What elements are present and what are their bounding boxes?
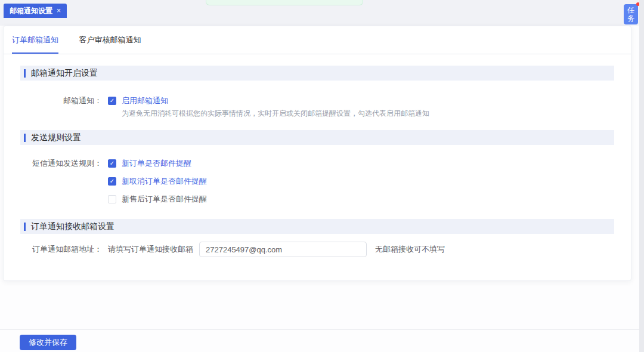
section-title: 邮箱通知开启设置 [31,68,98,79]
send-rule-row-cancel-order: 新取消订单是否邮件提醒 [4,175,631,187]
task-button[interactable]: 任 务 [624,4,638,24]
receive-email-row: 订单通知邮箱地址： 请填写订单通知接收邮箱 无邮箱接收可不填写 [4,242,631,257]
section-header-send-rules: 发送规则设置 [20,130,614,145]
top-bar: 邮箱通知设置× 任 务 [0,0,644,26]
footer-divider [0,329,644,330]
receive-email-hint-before: 请填写订单通知接收邮箱 [108,244,193,255]
send-rule-row-new-order: 短信通知发送规则： 新订单是否邮件提醒 [4,158,631,169]
receive-email-hint-after: 无邮箱接收可不填写 [375,244,445,255]
send-rule-row-aftersale-order: 新售后订单是否邮件提醒 [4,193,631,205]
section-accent-bar [24,223,26,231]
send-rules-label: 短信通知发送规则： [4,158,102,169]
close-icon[interactable]: × [57,7,61,15]
settings-card: 订单邮箱通知 客户审核邮箱通知 邮箱通知开启设置 邮箱通知： 启用邮箱通知 为避… [3,26,631,281]
aftersale-order-remind-label[interactable]: 新售后订单是否邮件提醒 [122,194,207,205]
email-notification-settings-page: 邮箱通知设置× 任 务 订单邮箱通知 客户审核邮箱通知 邮箱通知开启设置 邮箱通… [0,0,644,352]
tab-order-email-notification[interactable]: 订单邮箱通知 [12,26,58,54]
enable-email-checkbox[interactable] [108,97,116,105]
toast-notification-edge [206,0,363,5]
section-header-email-enable: 邮箱通知开启设置 [20,66,614,81]
receive-email-input[interactable] [199,242,367,257]
section-accent-bar [24,134,26,142]
page-tab-label: 邮箱通知设置 [10,7,52,15]
email-enable-label: 邮箱通知： [4,95,102,106]
cancel-order-remind-checkbox[interactable] [108,177,116,186]
task-button-label-line1: 任 [624,6,638,14]
cancel-order-remind-label[interactable]: 新取消订单是否邮件提醒 [122,176,207,187]
new-order-remind-label[interactable]: 新订单是否邮件提醒 [122,158,191,169]
section-title: 发送规则设置 [31,132,81,143]
scrollbar-track[interactable] [639,0,644,352]
section-accent-bar [24,69,26,78]
page-tab-email-settings[interactable]: 邮箱通知设置× [4,4,67,18]
new-order-remind-checkbox[interactable] [108,159,116,168]
section-header-receive-email: 订单通知接收邮箱设置 [20,219,614,234]
task-button-label-line2: 务 [624,14,638,23]
section-title: 订单通知接收邮箱设置 [31,221,114,232]
enable-email-checkbox-label[interactable]: 启用邮箱通知 [122,95,168,106]
tab-bar: 订单邮箱通知 客户审核邮箱通知 [4,26,631,54]
tab-customer-review-email-notification[interactable]: 客户审核邮箱通知 [79,26,141,54]
save-button[interactable]: 修改并保存 [20,335,76,350]
aftersale-order-remind-checkbox[interactable] [108,195,116,203]
email-enable-helper-text: 为避免无用消耗可根据您的实际事情情况，实时开启或关闭邮箱提醒设置，勾选代表启用邮… [122,109,429,119]
receive-email-label: 订单通知邮箱地址： [4,244,102,255]
email-enable-row: 邮箱通知： 启用邮箱通知 [4,95,631,107]
